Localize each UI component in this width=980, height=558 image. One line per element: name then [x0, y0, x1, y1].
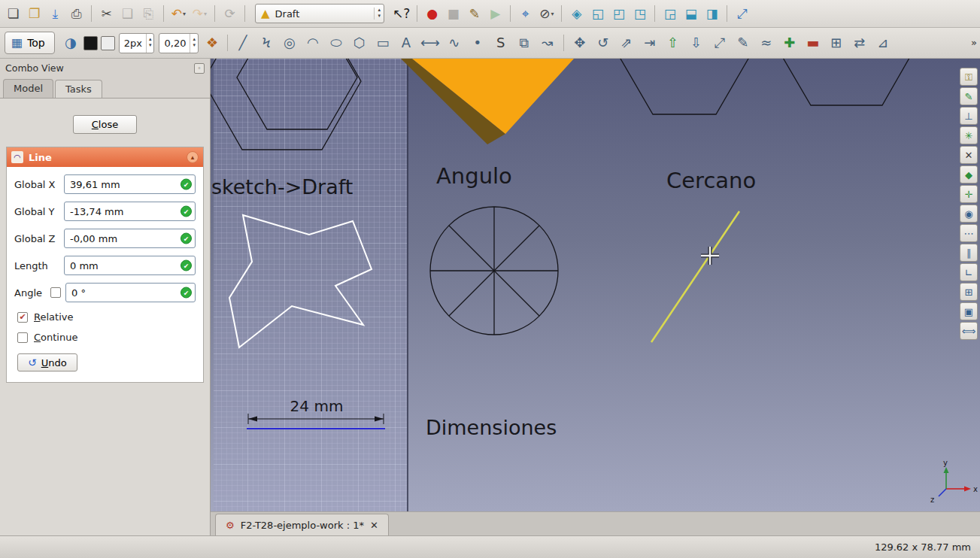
zoom-fit-button[interactable]: ⌖ [515, 3, 536, 24]
text-scale-spinner[interactable]: 0,20 ▴▾ [159, 33, 198, 53]
workbench-selector[interactable]: ▲ Draft ▴▾ [255, 4, 384, 23]
snap-endpoint-button[interactable]: ✎ [960, 87, 978, 105]
snap-dimensions-button[interactable]: ⟺ [960, 322, 978, 340]
copy-button[interactable]: ❑ [117, 3, 138, 24]
apply-style-button[interactable]: ❖ [201, 32, 223, 55]
undo-button[interactable]: ↶▾ [168, 3, 189, 24]
view-right-button[interactable]: ◳ [630, 3, 650, 24]
tab-tasks[interactable]: Tasks [55, 80, 102, 99]
3d-viewport[interactable]: sketch->Draft Angulo Cercano Dimensiones… [211, 59, 980, 511]
collapse-section-icon[interactable]: ▴ [187, 151, 199, 163]
view-bottom-button[interactable]: ⬓ [681, 3, 701, 24]
snap-parallel-button[interactable]: ∥ [960, 244, 978, 262]
cut-button[interactable]: ✂ [96, 3, 117, 24]
label-sketch-draft[interactable]: sketch->Draft [211, 175, 353, 199]
snap-center-button[interactable]: ◉ [960, 205, 978, 223]
spinner-arrows-icon[interactable]: ▴▾ [374, 8, 381, 19]
draft-dimension-button[interactable]: ⟷ [418, 32, 442, 55]
view-front-button[interactable]: ◱ [587, 3, 608, 24]
draft-polygon-button[interactable]: ⬡ [348, 32, 371, 55]
draft-delete-point-button[interactable]: ▬ [802, 32, 824, 55]
working-plane-button[interactable]: ▦ Top [5, 32, 55, 54]
snap-ortho-button[interactable]: ∟ [960, 263, 978, 281]
label-cercano[interactable]: Cercano [666, 168, 756, 193]
face-color-swatch[interactable] [101, 36, 115, 50]
draft-bspline-button[interactable]: ∿ [443, 32, 466, 55]
relative-checkbox[interactable]: ✔ [17, 312, 28, 323]
print-button[interactable]: ⎙ [66, 3, 86, 24]
draft-edit-button[interactable]: ✎ [732, 32, 754, 55]
draft-circle-button[interactable]: ◎ [278, 32, 301, 55]
spinner-arrows-icon[interactable]: ▴▾ [190, 34, 198, 53]
draft-rectangle-button[interactable]: ▭ [372, 32, 394, 55]
draft-add-point-button[interactable]: ✚ [778, 32, 801, 55]
view-axonometric-button[interactable]: ◈ [566, 3, 587, 24]
hexagon-outline[interactable] [620, 59, 918, 114]
view-left-button[interactable]: ◨ [702, 3, 722, 24]
line-color-swatch[interactable] [83, 36, 98, 50]
angle-circle[interactable] [430, 207, 558, 335]
macro-stop-button[interactable]: ■ [443, 3, 463, 24]
angle-input[interactable] [65, 283, 196, 302]
label-angulo[interactable]: Angulo [436, 163, 512, 189]
draft-trimex-button[interactable]: ⇥ [639, 32, 661, 55]
draft-line-button[interactable]: ╱ [232, 32, 254, 55]
draft-wire-to-bspline-button[interactable]: ≈ [755, 32, 778, 55]
snap-extension-button[interactable]: ⋯ [960, 224, 978, 242]
length-input[interactable] [64, 256, 196, 275]
orange-solid[interactable] [401, 59, 574, 144]
label-dimensiones[interactable]: Dimensiones [426, 416, 557, 439]
macro-edit-button[interactable]: ✎ [464, 3, 484, 24]
document-tab[interactable]: ⚙ F2-T28-ejemplo-work : 1* ✕ [215, 514, 389, 535]
draft-move-button[interactable]: ✥ [569, 32, 591, 55]
draft-to-sketch-button[interactable]: ⇄ [848, 32, 871, 55]
draw-style-button[interactable]: ⊘▾ [536, 3, 557, 24]
snap-midpoint-button[interactable]: ◆ [960, 165, 978, 183]
construction-mode-button[interactable]: ◑ [59, 32, 82, 55]
draft-arc-button[interactable]: ◠ [302, 32, 324, 55]
undo-button[interactable]: ↺ Undo [17, 353, 77, 371]
draft-ellipse-button[interactable]: ⬭ [325, 32, 347, 55]
draft-offset-button[interactable]: ⇗ [615, 32, 638, 55]
new-document-button[interactable]: ❏ [3, 3, 23, 24]
view-top-button[interactable]: ◰ [608, 3, 629, 24]
float-panel-button[interactable]: ▫ [194, 63, 205, 74]
toolbar-overflow-icon[interactable]: » [971, 37, 977, 48]
paste-button[interactable]: ⎘ [138, 3, 159, 24]
snap-working-plane-button[interactable]: ▣ [960, 302, 978, 320]
line-width-select[interactable]: 2px ▴▾ [119, 33, 155, 53]
measure-button[interactable]: ⤢ [732, 3, 752, 24]
global-z-input[interactable] [64, 229, 196, 248]
whats-this-button[interactable]: ↖? [390, 3, 412, 24]
refresh-button[interactable]: ⟳ [220, 3, 240, 24]
yellow-line[interactable] [651, 211, 739, 342]
tab-close-icon[interactable]: ✕ [370, 520, 378, 531]
draft-bezier-button[interactable]: ↝ [536, 32, 559, 55]
snap-perpendicular-button[interactable]: ⊥ [960, 107, 978, 125]
draft-downgrade-button[interactable]: ⇩ [685, 32, 708, 55]
draft-shape2dview-button[interactable]: ⊞ [825, 32, 848, 55]
snap-near-button[interactable]: ✛ [960, 185, 978, 203]
draft-scale-button[interactable]: ⤢ [708, 32, 731, 55]
draft-upgrade-button[interactable]: ⇧ [662, 32, 684, 55]
line-task-header[interactable]: ◠ Line ▴ [7, 147, 203, 167]
draft-slope-button[interactable]: ⊿ [872, 32, 894, 55]
draft-facebinder-button[interactable]: ⧉ [513, 32, 536, 55]
redo-button[interactable]: ↷▾ [190, 3, 210, 24]
continue-checkbox[interactable] [17, 332, 28, 343]
snap-lock-button[interactable]: ⚿ [960, 68, 978, 86]
macro-record-button[interactable]: ● [422, 3, 442, 24]
close-task-button[interactable]: Close [73, 115, 137, 134]
snap-intersection-button[interactable]: ✕ [960, 146, 978, 164]
draft-point-button[interactable]: • [466, 32, 489, 55]
snap-angle-button[interactable]: ✳ [960, 126, 978, 144]
macro-play-button[interactable]: ▶ [485, 3, 505, 24]
draft-rotate-button[interactable]: ↺ [592, 32, 614, 55]
open-document-button[interactable]: ❐ [24, 3, 44, 24]
draft-text-button[interactable]: A [395, 32, 417, 55]
save-button[interactable]: ⤓ [45, 3, 65, 24]
spinner-arrows-icon[interactable]: ▴▾ [146, 34, 154, 53]
snap-grid-button[interactable]: ⊞ [960, 283, 978, 301]
global-y-input[interactable] [64, 202, 196, 221]
draft-shapestring-button[interactable]: S [490, 32, 512, 55]
